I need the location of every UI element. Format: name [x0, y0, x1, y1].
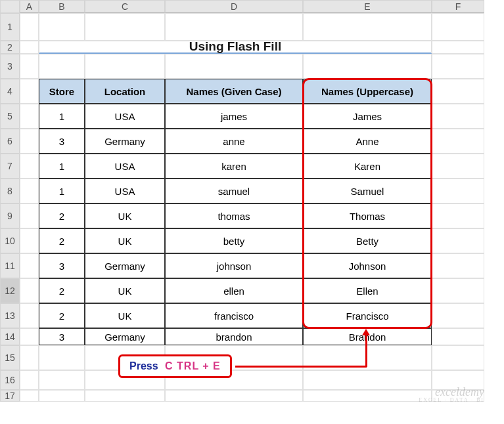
table-cell[interactable]: Thomas: [303, 203, 432, 228]
table-cell[interactable]: UK: [85, 303, 165, 328]
table-cell[interactable]: 2: [39, 278, 85, 303]
corner-cell[interactable]: [0, 0, 20, 13]
cell[interactable]: [165, 13, 303, 41]
row-header[interactable]: 3: [0, 54, 20, 79]
row-header[interactable]: 10: [0, 228, 20, 253]
table-cell[interactable]: James: [303, 104, 432, 129]
table-cell[interactable]: betty: [165, 228, 303, 253]
cell[interactable]: [20, 79, 39, 104]
table-header-given[interactable]: Names (Given Case): [165, 79, 303, 104]
table-cell[interactable]: karen: [165, 154, 303, 179]
cell[interactable]: [432, 328, 484, 345]
row-header[interactable]: 12: [0, 278, 20, 303]
col-header[interactable]: B: [39, 0, 85, 13]
table-cell[interactable]: Samuel: [303, 179, 432, 203]
cell[interactable]: [432, 179, 484, 203]
row-header[interactable]: 1: [0, 13, 20, 41]
table-cell[interactable]: 2: [39, 303, 85, 328]
row-header[interactable]: 15: [0, 345, 20, 370]
row-header[interactable]: 17: [0, 390, 20, 402]
table-cell[interactable]: francisco: [165, 303, 303, 328]
table-cell[interactable]: Germany: [85, 253, 165, 278]
cell[interactable]: [39, 390, 85, 402]
cell[interactable]: [20, 370, 39, 390]
table-cell[interactable]: Francisco: [303, 303, 432, 328]
table-cell[interactable]: 1: [39, 104, 85, 129]
row-header[interactable]: 8: [0, 179, 20, 203]
row-header[interactable]: 5: [0, 104, 20, 129]
row-header[interactable]: 16: [0, 370, 20, 390]
cell[interactable]: [303, 370, 432, 390]
cell[interactable]: [20, 278, 39, 303]
cell[interactable]: [303, 390, 432, 402]
col-header[interactable]: A: [20, 0, 39, 13]
cell[interactable]: [20, 179, 39, 203]
cell[interactable]: [432, 79, 484, 104]
cell[interactable]: [432, 345, 484, 370]
table-cell[interactable]: 1: [39, 179, 85, 203]
table-cell[interactable]: brandon: [165, 328, 303, 345]
table-cell[interactable]: 2: [39, 228, 85, 253]
cell[interactable]: [20, 13, 39, 41]
cell[interactable]: [20, 41, 39, 54]
cell[interactable]: [85, 390, 165, 402]
page-title[interactable]: Using Flash Fill: [39, 41, 432, 54]
table-cell[interactable]: UK: [85, 203, 165, 228]
cell[interactable]: [432, 154, 484, 179]
cell[interactable]: [432, 129, 484, 154]
table-cell[interactable]: 3: [39, 129, 85, 154]
cell[interactable]: [20, 345, 39, 370]
table-cell[interactable]: 2: [39, 203, 85, 228]
row-header[interactable]: 6: [0, 129, 20, 154]
row-header[interactable]: 7: [0, 154, 20, 179]
table-cell[interactable]: USA: [85, 154, 165, 179]
cell[interactable]: [432, 54, 484, 79]
table-cell[interactable]: Germany: [85, 129, 165, 154]
cell[interactable]: [85, 54, 165, 79]
cell[interactable]: [303, 54, 432, 79]
cell[interactable]: [85, 13, 165, 41]
row-header[interactable]: 14: [0, 328, 20, 345]
cell[interactable]: [432, 278, 484, 303]
cell[interactable]: [20, 228, 39, 253]
cell[interactable]: [20, 303, 39, 328]
col-header[interactable]: C: [85, 0, 165, 13]
cell[interactable]: [432, 104, 484, 129]
table-cell[interactable]: samuel: [165, 179, 303, 203]
cell[interactable]: [432, 13, 484, 41]
cell[interactable]: [165, 54, 303, 79]
cell[interactable]: [432, 41, 484, 54]
table-cell[interactable]: 1: [39, 154, 85, 179]
cell[interactable]: [39, 54, 85, 79]
table-header-location[interactable]: Location: [85, 79, 165, 104]
table-cell[interactable]: 3: [39, 253, 85, 278]
cell[interactable]: [39, 345, 85, 370]
table-cell[interactable]: ellen: [165, 278, 303, 303]
cell[interactable]: [432, 228, 484, 253]
cell[interactable]: [20, 390, 39, 402]
table-cell[interactable]: johnson: [165, 253, 303, 278]
cell[interactable]: [432, 253, 484, 278]
table-cell[interactable]: 3: [39, 328, 85, 345]
cell[interactable]: [20, 104, 39, 129]
table-header-store[interactable]: Store: [39, 79, 85, 104]
row-header[interactable]: 11: [0, 253, 20, 278]
table-cell[interactable]: Betty: [303, 228, 432, 253]
table-cell[interactable]: anne: [165, 129, 303, 154]
col-header[interactable]: D: [165, 0, 303, 13]
table-cell[interactable]: UK: [85, 228, 165, 253]
cell[interactable]: [20, 328, 39, 345]
cell[interactable]: [432, 203, 484, 228]
table-cell[interactable]: Johnson: [303, 253, 432, 278]
cell[interactable]: [20, 129, 39, 154]
row-header[interactable]: 2: [0, 41, 20, 54]
cell[interactable]: [165, 390, 303, 402]
cell[interactable]: [20, 154, 39, 179]
cell[interactable]: [20, 54, 39, 79]
table-cell[interactable]: UK: [85, 278, 165, 303]
table-header-upper[interactable]: Names (Uppercase): [303, 79, 432, 104]
table-cell[interactable]: Germany: [85, 328, 165, 345]
table-cell[interactable]: james: [165, 104, 303, 129]
table-cell[interactable]: USA: [85, 179, 165, 203]
col-header[interactable]: F: [432, 0, 484, 13]
